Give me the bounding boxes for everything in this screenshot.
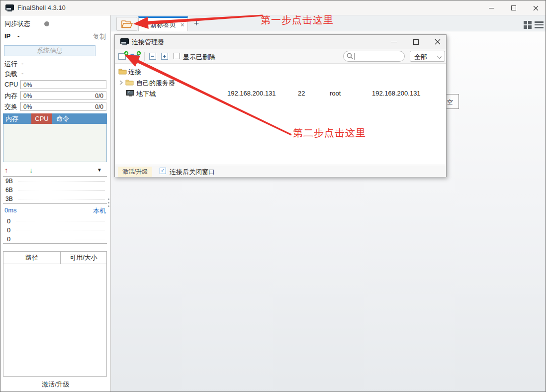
- expand-icon: [160, 52, 169, 61]
- cpu-meter-field: 0%: [20, 80, 106, 89]
- ping-latency: 0ms: [4, 206, 17, 214]
- caret-down-icon[interactable]: ▼: [97, 167, 102, 173]
- net-tick-row: 9B: [3, 177, 107, 186]
- window-minimize-button[interactable]: [481, 0, 501, 15]
- cpu-meter-label: CPU: [4, 81, 18, 88]
- close-after-connect-checkbox[interactable]: [160, 168, 166, 174]
- ip-label: IP: [4, 32, 10, 40]
- sync-status-dot: [44, 21, 49, 26]
- disk-col-path[interactable]: 路径: [3, 252, 61, 264]
- connection-port: 22: [298, 90, 305, 97]
- ping-value: 0: [3, 217, 16, 225]
- dialog-footer: 激活/升级 连接后关闭窗口: [115, 165, 446, 177]
- connection-host: 192.168.200.131: [227, 90, 276, 97]
- close-icon: [435, 39, 441, 45]
- net-tick-row: 6B: [3, 186, 107, 195]
- panel-splitter-handle[interactable]: [107, 198, 110, 210]
- finalshell-window: FinalShell 4.3.10 同步状态 IP - 复制 系统信息 运行 -…: [0, 0, 546, 392]
- dialog-close-button[interactable]: [431, 36, 444, 48]
- ping-value: 0: [3, 226, 16, 234]
- collapse-all-button[interactable]: [147, 50, 159, 62]
- filter-value: 全部: [414, 53, 427, 62]
- net-tick-label: 3B: [3, 196, 18, 202]
- connection-address: 192.168.200.131: [372, 90, 421, 97]
- step1-annotation: 第一步点击这里: [261, 13, 334, 27]
- tab-new-tab[interactable]: 新标签页 ×: [138, 16, 188, 31]
- menu-icon[interactable]: [535, 21, 544, 28]
- tree-row-folder[interactable]: 自己的服务器: [115, 77, 446, 88]
- tree-row-root[interactable]: 连接: [115, 66, 446, 77]
- net-tick-row: 3B: [3, 195, 107, 203]
- disk-table: 路径 可用/大小: [3, 251, 107, 377]
- window-close-button[interactable]: [526, 0, 546, 15]
- memory-meter-field: 0% 0/0: [20, 91, 106, 100]
- connection-manager-dialog: 连接管理器: [114, 34, 447, 177]
- dialog-maximize-button[interactable]: [409, 36, 422, 48]
- memory-meter-ratio: 0/0: [95, 93, 103, 99]
- memory-meter-label: 内存: [4, 92, 17, 100]
- tab-monitor-icon: [142, 22, 148, 27]
- run-label: 运行: [4, 60, 17, 69]
- tab-label: 新标签页: [150, 20, 176, 29]
- show-deleted-checkbox[interactable]: [174, 53, 180, 59]
- net-tick-label: 6B: [3, 187, 18, 194]
- tree-row-connection[interactable]: 地下城 192.168.200.131 22 root 192.168.200.…: [115, 88, 446, 99]
- memory-meter-row: 内存 0% 0/0: [0, 91, 111, 100]
- upload-arrow-icon: ↑: [4, 166, 8, 174]
- new-connection-icon: [118, 51, 129, 62]
- cpu-meter-percent: 0%: [23, 82, 32, 89]
- tree-folder-label: 自己的服务器: [136, 79, 175, 88]
- toolbar-separator: [144, 52, 145, 61]
- memory-meter-percent: 0%: [23, 93, 32, 99]
- connection-manager-button[interactable]: [116, 17, 137, 31]
- chevron-down-icon: [437, 54, 442, 59]
- copy-ip-link[interactable]: 复制: [93, 32, 106, 41]
- monitor-chart-area: [3, 124, 107, 162]
- new-tab-button[interactable]: +: [190, 17, 202, 29]
- close-icon: [533, 5, 539, 11]
- dialog-app-icon: [120, 38, 129, 46]
- swap-meter-field: 0% 0/0: [20, 102, 106, 111]
- tree-root-label: 连接: [128, 68, 141, 77]
- system-info-button[interactable]: 系统信息: [4, 45, 95, 56]
- monitor-chart-tabs: 内存 CPU 命令: [3, 113, 107, 124]
- collapse-icon: [148, 52, 157, 61]
- ping-row: 0: [3, 216, 107, 225]
- dialog-toolbar: 显示已删除 全部: [115, 49, 446, 64]
- sync-status-label: 同步状态: [4, 19, 30, 28]
- text-caret: [355, 53, 355, 60]
- connection-name: 地下城: [136, 90, 156, 98]
- new-folder-button[interactable]: [130, 50, 142, 62]
- dialog-activate-link[interactable]: 激活/升级: [118, 167, 152, 177]
- new-connection-button[interactable]: [117, 50, 129, 62]
- show-deleted-label: 显示已删除: [183, 53, 215, 62]
- swap-meter-label: 交换: [4, 102, 17, 111]
- sidebar: 同步状态 IP - 复制 系统信息 运行 - 负载 - CPU 0% 内存 0%…: [0, 15, 111, 392]
- disk-col-avail[interactable]: 可用/大小: [61, 252, 106, 264]
- tab-close-icon[interactable]: ×: [181, 21, 184, 29]
- chart-tab-command[interactable]: 命令: [52, 113, 80, 124]
- expand-all-button[interactable]: [159, 50, 171, 62]
- load-value: -: [21, 70, 23, 77]
- window-maximize-button[interactable]: [504, 0, 524, 15]
- filter-dropdown[interactable]: 全部: [410, 51, 445, 62]
- connection-user: root: [330, 90, 341, 97]
- dialog-minimize-button[interactable]: [387, 36, 400, 48]
- connection-tree: 连接 自己的服务器 地下城 192: [115, 64, 446, 165]
- ping-header: 0ms 本机: [3, 206, 107, 215]
- network-graph: 9B 6B 3B: [3, 176, 107, 204]
- dialog-titlebar: 连接管理器: [115, 35, 446, 49]
- run-value: -: [21, 60, 23, 67]
- app-icon: [5, 4, 14, 12]
- layout-grid-icon[interactable]: [524, 21, 532, 29]
- chart-tab-memory[interactable]: 内存: [3, 113, 31, 124]
- background-partial-button[interactable]: 空: [445, 94, 459, 109]
- cpu-meter-row: CPU 0%: [0, 80, 111, 89]
- search-input[interactable]: [356, 53, 399, 60]
- load-label: 负载: [4, 70, 17, 79]
- chevron-right-icon[interactable]: [119, 80, 123, 85]
- sidebar-activate-link[interactable]: 激活/升级: [0, 380, 111, 389]
- swap-meter-ratio: 0/0: [95, 103, 103, 110]
- disk-table-header: 路径 可用/大小: [3, 252, 106, 264]
- chart-tab-cpu[interactable]: CPU: [31, 113, 52, 124]
